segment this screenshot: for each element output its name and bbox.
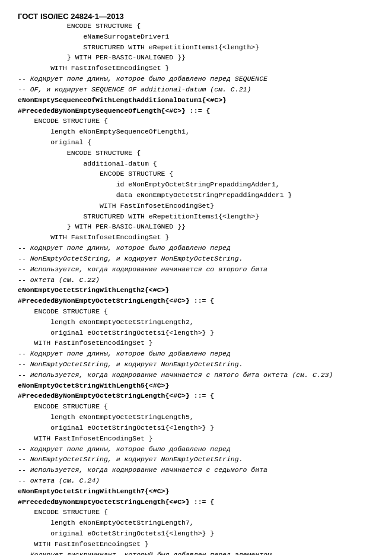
code-line: original { — [18, 137, 374, 148]
code-line: -- октета (см. C.24) — [18, 475, 374, 486]
code-line: ENCODE STRUCTURE { — [18, 116, 374, 126]
code-line: ENCODE STRUCTURE { — [18, 148, 374, 158]
code-line: -- NonEmptyOctetString, и кодирует NonEm… — [18, 359, 374, 370]
code-line: -- октета (см. C.22) — [18, 275, 374, 286]
code-line: -- Кодирует поле длины, которое было доб… — [18, 243, 374, 253]
code-line: -- Кодирует дискриминант, который был до… — [18, 550, 374, 555]
code-content: ENCODE STRUCTURE { eNameSurrogateDriver1… — [18, 21, 374, 555]
code-line: id eNonEmptyOctetStringPrepaddingAdder1, — [18, 179, 374, 190]
code-line: -- Используется, когда кодирование начин… — [18, 465, 374, 475]
code-line: -- NonEmptyOctetString, и кодирует NonEm… — [18, 253, 374, 264]
code-line: eNonEmptyOctetStringWithLength2{<#C>} — [18, 285, 374, 296]
code-line: -- Кодирует поле длины, которое было доб… — [18, 348, 374, 359]
code-line: #PrecededByNonEmptySequenceOfLength{<#C>… — [18, 106, 374, 116]
code-line: WITH FastInfosetEncodingSet } — [18, 232, 374, 243]
code-line: eNonEmptyOctetStringWithLength5{<#C>} — [18, 380, 374, 391]
code-line: #PrecededByNonEmptyOctetStringLength{<#C… — [18, 296, 374, 306]
code-line: length eNonEmptyOctetStringLength5, — [18, 412, 374, 423]
code-line: length eNonEmptySequenceOfLength1, — [18, 126, 374, 137]
code-line: WITH FastInfosetEncodingSet } — [18, 338, 374, 348]
code-line: WITH FastInfosetEncoingSet } — [18, 539, 374, 550]
code-line: #PrecededByNonEmptyOctetStringLength{<#C… — [18, 391, 374, 401]
code-line: -- Кодирует поле длины, которое было доб… — [18, 444, 374, 455]
code-line: } WITH PER-BASIC-UNALIGNED }} — [18, 52, 374, 63]
page-header: ГОСТ ISO/IEC 24824-1—2013 — [18, 12, 374, 21]
code-line: -- NonEmptyOctetString, и кодирует NonEm… — [18, 454, 374, 465]
code-line: } WITH PER-BASIC-UNALIGNED }} — [18, 221, 374, 232]
code-line: additional-datum { — [18, 158, 374, 169]
code-line: STRUCTURED WITH eRepetitionItems1{<lengt… — [18, 42, 374, 53]
code-line: -- Кодирует поле длины, которое было доб… — [18, 74, 374, 84]
code-line: original eOctetStringOctets1{<length>} } — [18, 328, 374, 338]
code-line: ENCODE STRUCTURE { — [18, 401, 374, 412]
code-line: original eOctetStringOctets1{<length>} } — [18, 423, 374, 433]
code-line: data eNonEmptyOctetStringPrepaddingAdder… — [18, 190, 374, 201]
code-line: -- Используется, когда кодирование начин… — [18, 370, 374, 380]
header-title: ГОСТ ISO/IEC 24824-1—2013 — [18, 12, 124, 21]
code-line: ENCODE STRUCTURE { — [18, 21, 374, 31]
code-line: -- OF, и кодирует SEQUENCE OF additional… — [18, 84, 374, 95]
code-line: length eNonEmptyOctetStringLength7, — [18, 518, 374, 528]
code-line: ENCODE STRUCTURE { — [18, 306, 374, 317]
code-line: -- Используется, когда кодирование начин… — [18, 264, 374, 275]
code-line: eNameSurrogateDriver1 — [18, 31, 374, 42]
code-line: original eOctetStringOctets1{<length>} } — [18, 528, 374, 539]
code-line: STRUCTURED WITH eRepetitionItems1{<lengt… — [18, 211, 374, 222]
code-line: eNonEmptyOctetStringWithLength7{<#C>} — [18, 486, 374, 497]
code-line: ENCODE STRUCTURE { — [18, 507, 374, 518]
code-line: ENCODE STRUCTURE { — [18, 169, 374, 179]
code-line: length eNonEmptyOctetStringLength2, — [18, 317, 374, 328]
code-line: #PrecededByNonEmptyOctetStringLength{<#C… — [18, 497, 374, 508]
code-line: WITH FastInfosetEncodingSet} — [18, 201, 374, 211]
code-line: eNonEmptySequenceOfWithLengthAdditionalD… — [18, 95, 374, 106]
code-line: WITH FastInfosetEncodingSet } — [18, 433, 374, 444]
code-line: WITH FastInfosetEncodingSet } — [18, 63, 374, 74]
